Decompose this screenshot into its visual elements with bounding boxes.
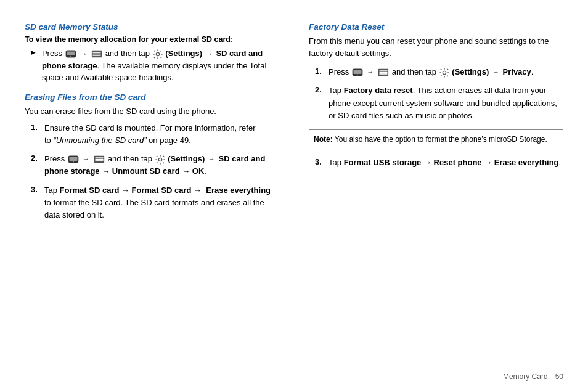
svg-rect-21: [96, 159, 104, 160]
menu-icon: [91, 50, 102, 58]
settings-gear-icon-2: [155, 155, 165, 165]
svg-line-14: [160, 51, 161, 52]
factory-step3: 3. Tap Format USB storage → Reset phone …: [315, 157, 563, 169]
svg-rect-5: [93, 54, 101, 55]
svg-line-47: [441, 75, 442, 76]
svg-line-13: [160, 57, 161, 58]
erasing-steps-list: 1. Ensure the SD card is mounted. For mo…: [31, 122, 277, 221]
footer-page-num: 50: [555, 372, 563, 381]
factory-step2-num: 2.: [315, 85, 329, 94]
settings-gear-icon-3: [439, 68, 449, 78]
svg-point-2: [70, 56, 71, 57]
svg-line-12: [154, 51, 155, 52]
svg-rect-17: [69, 157, 77, 161]
note-label: Note:: [314, 135, 333, 144]
note-box: Note: You also have the option to format…: [309, 129, 563, 149]
press-label: Press: [42, 49, 62, 58]
factory-settings-label: (Settings): [452, 67, 489, 76]
factory-step1-press: Press: [329, 67, 349, 76]
step2-text: Press → and then tap: [44, 153, 277, 178]
step2-press: Press: [44, 154, 65, 163]
svg-rect-4: [93, 52, 101, 53]
arrow-right-3: →: [83, 154, 89, 165]
svg-point-34: [357, 75, 358, 76]
step1-num: 1.: [31, 123, 44, 132]
factory-step2-text: Tap Factory data reset. This action eras…: [329, 84, 563, 121]
svg-line-15: [154, 57, 155, 58]
factory-reset-intro: From this menu you can reset your phone …: [309, 35, 563, 60]
factory-step2: 2. Tap Factory data reset. This action e…: [315, 84, 563, 121]
settings-label-2: (Settings): [168, 154, 205, 163]
section2-title: Erasing Files from the SD card: [25, 92, 277, 102]
left-column: SD card Memory Status To view the memory…: [25, 22, 296, 374]
factory-reset-step3-list: 3. Tap Format USB storage → Reset phone …: [315, 157, 563, 169]
erasing-step3: 3. Tap Format SD card → Format SD card →…: [31, 184, 277, 221]
svg-point-23: [158, 158, 161, 161]
svg-line-45: [447, 75, 448, 76]
step3-text: Tap Format SD card → Format SD card → Er…: [44, 184, 277, 221]
footer-label: Memory Card: [503, 372, 548, 381]
factory-reset-title: Factory Data Reset: [309, 22, 563, 31]
svg-line-28: [157, 156, 158, 157]
bullet-item: ► Press → and then tap: [30, 47, 277, 84]
svg-point-18: [73, 161, 74, 163]
phone-icon: [65, 50, 76, 58]
factory-step3-num: 3.: [315, 157, 329, 166]
svg-line-46: [447, 69, 448, 70]
and-then-tap-1: and then tap: [105, 49, 150, 58]
factory-step1-num: 1.: [315, 67, 329, 76]
svg-rect-33: [353, 70, 361, 75]
svg-line-44: [441, 69, 442, 70]
svg-rect-37: [380, 72, 388, 73]
phone-icon-2: [68, 155, 79, 163]
arrow-right-5: →: [367, 67, 374, 78]
svg-rect-1: [67, 52, 75, 56]
svg-line-31: [157, 162, 158, 163]
svg-line-29: [163, 162, 164, 163]
arrow-right-6: →: [492, 67, 499, 78]
svg-rect-38: [380, 73, 388, 75]
right-column: Factory Data Reset From this menu you ca…: [296, 22, 563, 374]
factory-privacy-label: Privacy: [503, 67, 531, 76]
svg-point-7: [156, 52, 159, 55]
settings-gear-icon: [153, 49, 163, 59]
arrow-bullet-icon: ►: [30, 48, 37, 57]
page-footer: Memory Card 50: [503, 372, 563, 381]
svg-line-30: [163, 156, 164, 157]
factory-reset-steps: 1. Press → and then tap: [315, 66, 563, 122]
erasing-step2: 2. Press → and then tap: [31, 153, 277, 178]
note-text: You also have the option to format the p…: [333, 135, 547, 144]
svg-rect-20: [96, 158, 104, 159]
bullet-text: Press → and then tap: [42, 47, 277, 84]
factory-step1: 1. Press → and then tap: [315, 66, 563, 78]
factory-step1-dot: .: [531, 67, 534, 76]
svg-rect-36: [380, 71, 388, 72]
arrow-right-4: →: [208, 154, 215, 165]
step1-text: Ensure the SD card is mounted. For more …: [44, 122, 277, 147]
settings-label-1: (Settings): [165, 49, 202, 58]
section1-title: SD card Memory Status: [25, 22, 277, 31]
arrow-right-2: →: [206, 49, 213, 59]
phone-icon-3: [352, 68, 363, 76]
svg-rect-6: [93, 55, 101, 56]
arrow-right-1: →: [80, 49, 87, 59]
step2-and-then-tap: and then tap: [108, 154, 152, 163]
menu-icon-2: [94, 155, 105, 163]
factory-step3-text: Tap Format USB storage → Reset phone → E…: [329, 157, 561, 169]
factory-step1-and-then-tap: and then tap: [392, 67, 436, 76]
svg-point-39: [443, 71, 446, 74]
step3-num: 3.: [31, 185, 44, 194]
factory-step1-text: Press → and then tap: [329, 66, 533, 78]
erasing-step1: 1. Ensure the SD card is mounted. For mo…: [31, 122, 277, 147]
svg-rect-22: [96, 160, 104, 161]
section2-intro: You can erase files from the SD card usi…: [25, 105, 277, 118]
section1-intro: To view the memory allocation for your e…: [25, 35, 277, 44]
menu-icon-3: [378, 68, 389, 76]
step2-num: 2.: [31, 153, 44, 163]
